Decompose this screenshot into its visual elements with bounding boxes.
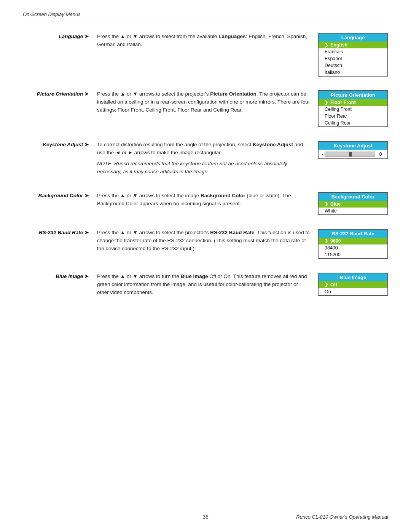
page-header: On-Screen Display Menus: [0, 0, 411, 21]
page-content: Language ➤Press the ▲ or ▼ arrows to sel…: [0, 33, 411, 312]
osd-item-language-0[interactable]: ❯ English: [319, 42, 387, 48]
section-label-language: Language ➤: [23, 33, 97, 39]
section-blue-image: Blue Image ➤Press the ▲ or ▼ arrows to t…: [23, 273, 388, 299]
osd-title-rs232-baud-rate: RS-232 Baud Rate: [319, 230, 387, 238]
osd-slider-track[interactable]: [325, 152, 375, 157]
osd-item-language-1[interactable]: Francais: [319, 48, 387, 55]
osd-item-language-3[interactable]: Deutsch: [319, 62, 387, 69]
osd-item-rs232-baud-rate-2[interactable]: 115200: [319, 251, 387, 258]
osd-item-blue-image-0[interactable]: ❯ Off: [319, 281, 387, 288]
osd-box-keystone-adjust: Keystone Adjust - 0: [318, 141, 388, 159]
section-arrow-keystone-adjust: ➤: [84, 142, 89, 147]
osd-title-background-color: Background Color: [319, 193, 387, 201]
section-ui-picture-orientation: Picture Orientation❯ Floor FrontCeiling …: [318, 90, 388, 127]
osd-slider-value: 0: [377, 152, 384, 157]
osd-slider-minus: -: [322, 151, 323, 157]
section-arrow-rs232-baud-rate: ➤: [84, 230, 89, 235]
osd-item-picture-orientation-0[interactable]: ❯ Floor Front: [319, 99, 387, 106]
page-number: 36: [202, 514, 209, 520]
section-language: Language ➤Press the ▲ or ▼ arrows to sel…: [23, 33, 388, 77]
osd-item-background-color-0[interactable]: ❯ Blue: [319, 201, 387, 208]
osd-title-picture-orientation: Picture Orientation: [319, 91, 387, 99]
osd-item-picture-orientation-3[interactable]: Ceiling Rear: [319, 120, 387, 126]
osd-selected-arrow: ❯: [325, 43, 328, 48]
section-arrow-language: ➤: [84, 34, 89, 39]
osd-box-rs232-baud-rate: RS-232 Baud Rate❯ 960038400115200: [318, 229, 388, 259]
osd-item-picture-orientation-1[interactable]: Ceiling Front: [319, 106, 387, 113]
section-body-blue-image: Press the ▲ or ▼ arrows to turn the Blue…: [97, 273, 318, 299]
section-label-rs232-baud-rate: RS-232 Baud Rate ➤: [23, 229, 97, 235]
header-divider: [23, 21, 388, 21]
osd-box-language: Language❯ EnglishFrancaisEspanolDeutschI…: [318, 33, 388, 77]
section-label-picture-orientation: Picture Orientation ➤: [23, 90, 97, 97]
section-body-keystone-adjust: To correct distortion resulting from the…: [97, 141, 318, 178]
osd-box-picture-orientation: Picture Orientation❯ Floor FrontCeiling …: [318, 90, 388, 127]
section-background-color: Background Color ➤Press the ▲ or ▼ arrow…: [23, 192, 388, 215]
section-body-background-color: Press the ▲ or ▼ arrows to select the im…: [97, 192, 318, 210]
osd-item-rs232-baud-rate-0[interactable]: ❯ 9600: [319, 238, 387, 244]
osd-selected-arrow: ❯: [325, 238, 328, 243]
osd-item-blue-image-1[interactable]: On: [319, 288, 387, 295]
section-ui-keystone-adjust: Keystone Adjust - 0: [318, 141, 388, 159]
osd-selected-arrow: ❯: [325, 100, 328, 105]
section-label-background-color: Background Color ➤: [23, 192, 97, 198]
osd-box-blue-image: Blue Image❯ OffOn: [318, 273, 388, 296]
osd-title-language: Language: [319, 34, 387, 42]
section-note-keystone-adjust: NOTE: Runco recommends that the keystone…: [97, 160, 310, 176]
osd-title-blue-image: Blue Image: [319, 273, 387, 281]
section-arrow-blue-image: ➤: [84, 273, 89, 279]
section-label-keystone-adjust: Keystone Adjust ➤: [23, 141, 97, 147]
osd-item-language-4[interactable]: Italiano: [319, 69, 387, 76]
section-label-blue-image: Blue Image ➤: [23, 273, 97, 279]
osd-item-background-color-1[interactable]: White: [319, 208, 387, 214]
section-ui-blue-image: Blue Image❯ OffOn: [318, 273, 388, 296]
section-keystone-adjust: Keystone Adjust ➤To correct distortion r…: [23, 141, 388, 178]
osd-selected-arrow: ❯: [325, 282, 328, 287]
section-arrow-background-color: ➤: [84, 193, 89, 198]
section-rs232-baud-rate: RS-232 Baud Rate ➤Press the ▲ or ▼ arrow…: [23, 229, 388, 259]
osd-slider-thumb: [349, 152, 352, 157]
osd-item-language-2[interactable]: Espanol: [319, 55, 387, 62]
osd-item-rs232-baud-rate-1[interactable]: 38400: [319, 244, 387, 251]
section-arrow-picture-orientation: ➤: [84, 91, 89, 97]
osd-title-keystone-adjust: Keystone Adjust: [319, 142, 387, 150]
osd-item-picture-orientation-2[interactable]: Floor Rear: [319, 113, 387, 120]
section-picture-orientation: Picture Orientation ➤Press the ▲ or ▼ ar…: [23, 90, 388, 127]
manual-title: Runco CL-810 Owner's Operating Manual: [296, 514, 388, 520]
osd-box-background-color: Background Color❯ BlueWhite: [318, 192, 388, 215]
section-ui-language: Language❯ EnglishFrancaisEspanolDeutschI…: [318, 33, 388, 77]
header-label: On-Screen Display Menus: [23, 11, 81, 17]
section-body-rs232-baud-rate: Press the ▲ or ▼ arrows to select the pr…: [97, 229, 318, 255]
section-body-picture-orientation: Press the ▲ or ▼ arrows to select the pr…: [97, 90, 318, 117]
section-body-language: Press the ▲ or ▼ arrows to select from t…: [97, 33, 318, 51]
osd-selected-arrow: ❯: [325, 201, 328, 206]
osd-slider-row-keystone-adjust: - 0: [319, 150, 387, 158]
section-ui-rs232-baud-rate: RS-232 Baud Rate❯ 960038400115200: [318, 229, 388, 259]
section-ui-background-color: Background Color❯ BlueWhite: [318, 192, 388, 215]
